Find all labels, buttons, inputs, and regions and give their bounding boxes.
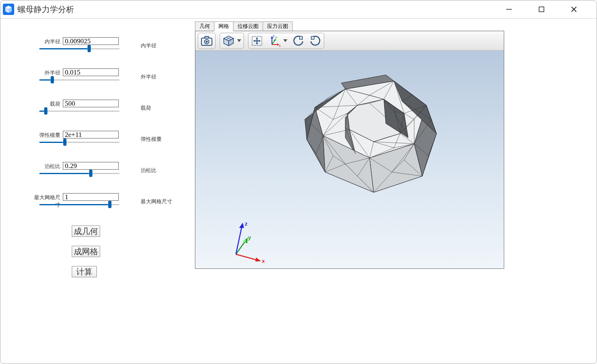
young-modulus-slider[interactable] bbox=[39, 139, 120, 145]
rotate-ccw-icon bbox=[292, 35, 304, 47]
param-label: 外半径 bbox=[141, 68, 156, 81]
param-label: 弹性模量 bbox=[39, 131, 63, 139]
minimize-button[interactable] bbox=[501, 3, 517, 15]
svg-text:z: z bbox=[273, 35, 275, 38]
viewer: x y z bbox=[195, 31, 504, 269]
param-poisson: 泊松比 泊松比 bbox=[39, 162, 178, 176]
param-label: 最大网格尺寸 bbox=[141, 193, 172, 205]
inner-radius-slider[interactable] bbox=[39, 46, 120, 51]
compute-button[interactable]: 计算 bbox=[72, 266, 97, 277]
chevron-down-icon bbox=[283, 39, 287, 43]
tab-stress[interactable]: 应力云图 bbox=[263, 21, 293, 31]
generate-mesh-button[interactable]: 成网格 bbox=[72, 246, 100, 257]
generate-geometry-button[interactable]: 成几何 bbox=[72, 226, 100, 237]
chevron-down-icon bbox=[237, 39, 241, 43]
load-slider[interactable] bbox=[39, 108, 120, 114]
param-outer-radius: 外半径 外半径 bbox=[39, 68, 178, 83]
window-controls bbox=[501, 3, 594, 15]
camera-icon bbox=[201, 36, 213, 46]
content-area: 内半径 内半径 外半径 外半径 bbox=[0, 18, 597, 364]
svg-text:x: x bbox=[262, 258, 265, 264]
view-tabs: 几何 网格 位移云图 应力云图 bbox=[195, 21, 504, 31]
svg-text:y: y bbox=[275, 35, 277, 39]
params-panel: 内半径 内半径 外半径 外半径 bbox=[3, 21, 194, 361]
param-label: 内半径 bbox=[39, 37, 63, 45]
view-cube-group bbox=[220, 33, 244, 49]
minimize-icon bbox=[505, 6, 513, 13]
action-buttons: 成几何 成网格 计算 bbox=[72, 226, 178, 277]
param-label: 泊松比 bbox=[39, 162, 63, 170]
svg-marker-20 bbox=[259, 40, 261, 42]
svg-text:x: x bbox=[279, 44, 281, 47]
svg-line-46 bbox=[236, 254, 258, 260]
pan-icon bbox=[251, 35, 263, 47]
maximize-button[interactable] bbox=[533, 3, 550, 15]
3d-canvas[interactable]: .eTop{fill:#eef0f2;stroke:#222;stroke-wi… bbox=[195, 51, 504, 268]
navigation-group: x y z bbox=[248, 33, 324, 49]
svg-point-9 bbox=[206, 40, 208, 43]
viewer-panel: 几何 网格 位移云图 应力云图 bbox=[195, 21, 504, 269]
svg-marker-54 bbox=[239, 223, 244, 228]
tab-mesh[interactable]: 网格 bbox=[214, 21, 233, 31]
pan-button[interactable] bbox=[251, 35, 263, 47]
poisson-slider[interactable] bbox=[39, 170, 120, 176]
window-title: 螺母静力学分析 bbox=[17, 4, 74, 15]
cube-icon bbox=[4, 5, 13, 13]
svg-rect-4 bbox=[539, 7, 544, 12]
svg-text:y: y bbox=[248, 234, 251, 241]
param-label: 内半径 bbox=[141, 37, 156, 49]
param-label: 弹性模量 bbox=[141, 131, 162, 143]
screenshot-button[interactable] bbox=[201, 36, 213, 46]
axes-button[interactable]: x y z bbox=[267, 35, 281, 47]
rotate-cw-button[interactable] bbox=[309, 35, 321, 47]
max-mesh-size-input[interactable] bbox=[63, 193, 119, 201]
svg-marker-15 bbox=[237, 39, 241, 42]
param-label: 载荷 bbox=[39, 100, 63, 108]
view-cube-button[interactable] bbox=[223, 35, 235, 47]
maximize-icon bbox=[538, 6, 545, 13]
param-young-modulus: 弹性模量 弹性模量 bbox=[39, 131, 178, 145]
axes-dropdown[interactable] bbox=[283, 39, 287, 43]
tab-displacement[interactable]: 位移云图 bbox=[233, 21, 263, 31]
close-button[interactable] bbox=[566, 3, 582, 15]
param-label: 泊松比 bbox=[141, 162, 156, 174]
tab-geometry[interactable]: 几何 bbox=[195, 21, 214, 31]
view-cube-dropdown[interactable] bbox=[237, 39, 241, 43]
svg-marker-30 bbox=[283, 39, 287, 42]
app-icon bbox=[3, 4, 14, 15]
svg-marker-18 bbox=[256, 43, 258, 45]
close-icon bbox=[570, 6, 578, 13]
outer-radius-input[interactable] bbox=[63, 68, 119, 76]
svg-rect-34 bbox=[311, 36, 314, 39]
svg-text:z: z bbox=[245, 221, 248, 227]
orientation-triad: x y z bbox=[224, 220, 272, 264]
param-max-mesh-size: 最大网格尺寸 最大网格尺寸 bbox=[39, 193, 178, 209]
rotate-ccw-button[interactable] bbox=[292, 35, 304, 47]
poisson-input[interactable] bbox=[63, 162, 119, 170]
rotate-cw-icon bbox=[309, 35, 321, 47]
svg-marker-17 bbox=[256, 37, 258, 39]
svg-marker-19 bbox=[253, 40, 255, 42]
param-label: 载荷 bbox=[141, 100, 151, 112]
viewer-toolbar: x y z bbox=[195, 31, 504, 51]
inner-radius-input[interactable] bbox=[63, 37, 119, 45]
load-input[interactable] bbox=[63, 100, 119, 107]
screenshot-group bbox=[198, 33, 216, 49]
svg-point-51 bbox=[244, 240, 246, 242]
app-window: 螺母静力学分析 内半径 内半径 bbox=[0, 0, 597, 364]
svg-marker-47 bbox=[255, 258, 261, 262]
max-mesh-size-slider[interactable] bbox=[39, 202, 120, 207]
cube-icon bbox=[223, 35, 235, 47]
axes-icon: x y z bbox=[267, 35, 281, 47]
param-load: 载荷 载荷 bbox=[39, 100, 178, 114]
outer-radius-slider[interactable] bbox=[39, 77, 120, 83]
param-inner-radius: 内半径 内半径 bbox=[39, 37, 178, 51]
titlebar: 螺母静力学分析 bbox=[0, 0, 597, 18]
svg-rect-32 bbox=[300, 36, 302, 39]
param-label: 外半径 bbox=[39, 68, 63, 77]
young-modulus-input[interactable] bbox=[63, 131, 119, 138]
